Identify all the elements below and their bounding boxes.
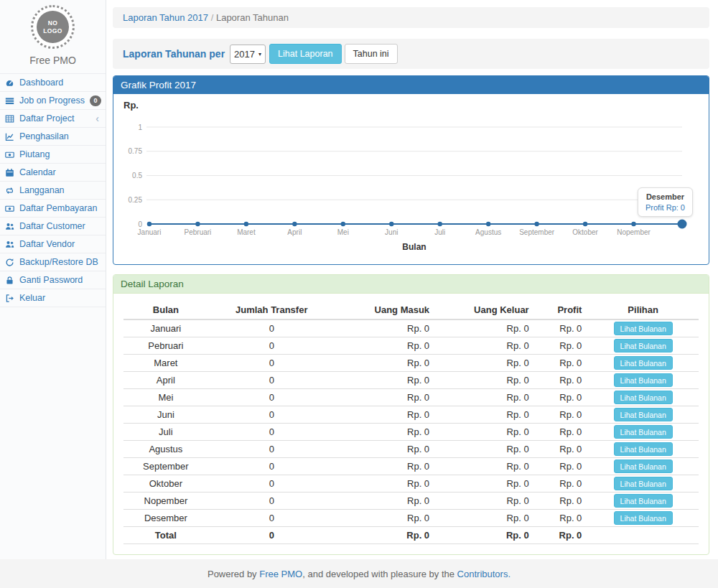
sidebar-item-penghasilan[interactable]: Penghasilan: [0, 128, 106, 146]
logo-text-line1: NO: [48, 19, 58, 27]
cell-bulan: April: [123, 372, 208, 389]
lihat-bulanan-button[interactable]: Lihat Bulanan: [614, 459, 673, 473]
detail-panel-title: Detail Laporan: [113, 275, 709, 294]
column-header-pilihan: Pilihan: [587, 301, 699, 319]
cell-jumlah_transfer: 0: [208, 355, 335, 372]
lihat-bulanan-button[interactable]: Lihat Bulanan: [614, 356, 673, 370]
cell-uang_masuk: Rp. 0: [335, 493, 435, 510]
cell-bulan: Maret: [123, 355, 208, 372]
cell-uang_masuk: Rp. 0: [335, 355, 435, 372]
sidebar-item-label: Piutang: [19, 149, 50, 160]
cell-uang_keluar: Rp. 0: [435, 406, 535, 424]
lock-icon: [5, 275, 16, 285]
year-select[interactable]: 2017 ▾: [230, 45, 266, 64]
cell-profit: Rp. 0: [535, 510, 588, 527]
cell-uang_masuk: Rp. 0: [335, 406, 435, 424]
sidebar-item-langganan[interactable]: Langganan: [0, 182, 106, 200]
sidebar-item-label: Backup/Restore DB: [19, 256, 98, 268]
filter-label: Laporan Tahunan per: [123, 48, 225, 60]
sidebar-item-keluar[interactable]: Keluar: [0, 289, 106, 307]
cell-profit: Rp. 0: [535, 493, 588, 510]
lihat-laporan-button[interactable]: Lihat Laporan: [269, 44, 341, 64]
svg-text:Mei: Mei: [337, 228, 349, 236]
sidebar-item-piutang[interactable]: Piutang: [0, 146, 106, 164]
cell-profit: Rp. 0: [535, 372, 588, 389]
profit-line-chart[interactable]: 10.750.50.250JanuariPebruariMaretAprilMe…: [118, 112, 699, 254]
calendar-icon: [5, 167, 16, 177]
svg-text:Oktober: Oktober: [572, 228, 598, 236]
cell-uang_keluar: Rp. 0: [435, 441, 535, 458]
lihat-bulanan-button[interactable]: Lihat Bulanan: [614, 391, 673, 404]
sidebar-item-label: Calendar: [19, 167, 56, 178]
contributors-link[interactable]: Contributors.: [457, 569, 510, 579]
sidebar-item-ganti-password[interactable]: Ganti Password: [0, 271, 106, 289]
sidebar-item-daftar-pembayaran[interactable]: Daftar Pembayaran: [0, 200, 106, 218]
tooltip-profit-value: Profit Rp: 0: [645, 203, 685, 212]
cell-jumlah_transfer: 0: [208, 424, 335, 441]
cell-jumlah_transfer: 0: [208, 372, 335, 389]
sidebar-item-daftar-vendor[interactable]: Daftar Vendor: [0, 235, 106, 253]
cell-pilihan: Lihat Bulanan: [587, 389, 699, 406]
cell-bulan: September: [123, 458, 208, 475]
cell-uang_keluar: Rp. 0: [435, 319, 535, 337]
sidebar-item-backup-restore-db[interactable]: Backup/Restore DB: [0, 253, 106, 271]
cell-profit: Rp. 0: [535, 406, 588, 424]
cell-jumlah_transfer: 0: [208, 510, 335, 527]
sidebar-item-label: Dashboard: [19, 77, 63, 88]
column-header-uang-masuk: Uang Masuk: [335, 301, 435, 319]
svg-text:Agustus: Agustus: [475, 228, 501, 236]
progress-count-badge: 0: [90, 95, 101, 106]
no-logo-placeholder: NO LOGO: [37, 11, 69, 43]
lihat-bulanan-button[interactable]: Lihat Bulanan: [614, 442, 673, 456]
chart-panel-title: Grafik Profit 2017: [113, 76, 709, 94]
lihat-bulanan-button[interactable]: Lihat Bulanan: [614, 425, 673, 439]
lihat-bulanan-button[interactable]: Lihat Bulanan: [614, 373, 673, 387]
main-content: Laporan Tahun 2017 / Laporan Tahunan Lap…: [106, 0, 718, 559]
cell-pilihan: Lihat Bulanan: [587, 475, 699, 493]
lihat-bulanan-button[interactable]: Lihat Bulanan: [614, 511, 673, 525]
svg-text:Januari: Januari: [138, 228, 162, 236]
table-icon: [5, 113, 16, 123]
sidebar-item-daftar-project[interactable]: Daftar Project‹: [0, 110, 106, 128]
svg-text:1: 1: [138, 123, 142, 131]
breadcrumb-current: Laporan Tahunan: [216, 12, 289, 23]
svg-text:Nopember: Nopember: [617, 228, 651, 236]
svg-text:Pebruari: Pebruari: [185, 228, 212, 236]
tahun-ini-button[interactable]: Tahun ini: [345, 44, 398, 64]
free-pmo-link[interactable]: Free PMO: [259, 569, 302, 579]
sidebar-item-label: Job on Progress: [19, 95, 85, 106]
total-cell-pilihan-empty: [587, 527, 699, 544]
cell-profit: Rp. 0: [535, 458, 588, 475]
column-header-uang-keluar: Uang Keluar: [435, 301, 535, 319]
sidebar-item-dashboard[interactable]: Dashboard: [0, 74, 106, 92]
lihat-bulanan-button[interactable]: Lihat Bulanan: [614, 339, 673, 353]
svg-text:Juli: Juli: [434, 228, 445, 236]
cell-bulan: Nopember: [123, 493, 208, 510]
column-header-profit: Profit: [535, 301, 588, 319]
profit-chart-panel: Grafik Profit 2017 Rp. 10.750.50.250Janu…: [113, 75, 709, 265]
sidebar-item-calendar[interactable]: Calendar: [0, 164, 106, 182]
lihat-bulanan-button[interactable]: Lihat Bulanan: [614, 477, 673, 490]
lihat-bulanan-button[interactable]: Lihat Bulanan: [614, 322, 673, 335]
cell-uang_masuk: Rp. 0: [335, 389, 435, 406]
lihat-bulanan-button[interactable]: Lihat Bulanan: [614, 408, 673, 421]
svg-text:Maret: Maret: [237, 228, 256, 236]
breadcrumb-link[interactable]: Laporan Tahun 2017: [123, 12, 208, 23]
cell-uang_masuk: Rp. 0: [335, 319, 435, 337]
caret-down-icon: ▾: [258, 51, 261, 57]
cell-jumlah_transfer: 0: [208, 441, 335, 458]
sidebar-item-job-on-progress[interactable]: Job on Progress0: [0, 92, 106, 110]
cell-profit: Rp. 0: [535, 441, 588, 458]
lihat-bulanan-button[interactable]: Lihat Bulanan: [614, 494, 673, 508]
page-footer: Powered by Free PMO, and developed with …: [0, 559, 718, 588]
year-select-value: 2017: [234, 49, 255, 60]
detail-report-panel: Detail Laporan BulanJumlah TransferUang …: [113, 274, 709, 555]
table-row-juli: Juli0Rp. 0Rp. 0Rp. 0Lihat Bulanan: [123, 424, 699, 441]
sidebar-item-label: Keluar: [19, 292, 45, 304]
table-row-september: September0Rp. 0Rp. 0Rp. 0Lihat Bulanan: [123, 458, 699, 475]
chevron-left-icon: ‹: [95, 113, 99, 123]
cell-uang_masuk: Rp. 0: [335, 337, 435, 355]
sidebar-item-daftar-customer[interactable]: Daftar Customer: [0, 218, 106, 235]
table-row-nopember: Nopember0Rp. 0Rp. 0Rp. 0Lihat Bulanan: [123, 493, 699, 510]
table-row-oktober: Oktober0Rp. 0Rp. 0Rp. 0Lihat Bulanan: [123, 475, 699, 493]
